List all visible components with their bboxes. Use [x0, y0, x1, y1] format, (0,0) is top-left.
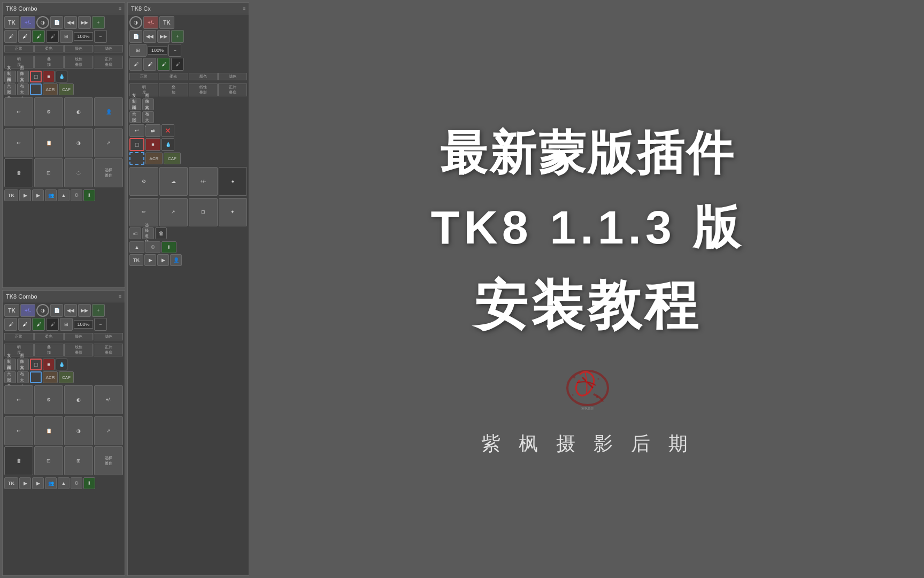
label-diejia[interactable]: 叠加: [34, 56, 64, 69]
btn-play-1[interactable]: ▶: [19, 189, 31, 201]
cx-square-dotted[interactable]: [129, 152, 144, 165]
btn-doc[interactable]: 📄: [50, 16, 63, 29]
cx-tool-6[interactable]: ↗: [159, 198, 188, 227]
cx-brush-1[interactable]: 🖌: [129, 58, 142, 71]
btn-square-b1[interactable]: ▢: [30, 359, 42, 370]
btn-copyright-b[interactable]: ©: [71, 477, 82, 489]
btn-users-b[interactable]: 👥: [45, 477, 57, 489]
label-fuzhu[interactable]: 柔光: [34, 45, 64, 52]
btn-square-border-2[interactable]: [30, 83, 42, 95]
cx-user[interactable]: 👤: [170, 254, 182, 266]
cx-label-ys[interactable]: 颜色: [189, 73, 218, 80]
cx-btn-x[interactable]: ✕: [161, 124, 174, 137]
btn-tool-7[interactable]: ◑: [64, 128, 93, 157]
btn-square-border[interactable]: ▢: [30, 71, 42, 82]
label-diejia-b[interactable]: 叠加: [34, 344, 64, 356]
label-yanshe-b[interactable]: 颜色: [64, 333, 94, 340]
btn-tool-3[interactable]: ◐: [64, 97, 93, 126]
btn-brush-b4[interactable]: 🖌: [46, 318, 59, 331]
cx-btn-doc[interactable]: 📄: [129, 30, 142, 43]
btn-btool-3[interactable]: ◐: [64, 385, 93, 414]
cx-btn-undo[interactable]: ↩: [129, 124, 144, 137]
btn-brush-green[interactable]: 🖌: [32, 30, 45, 43]
btn-triangle[interactable]: ▲: [58, 189, 70, 201]
btn-tool-4[interactable]: 👤: [94, 97, 123, 126]
cx-tool-5[interactable]: ✏: [129, 198, 158, 227]
cx-btn-prev[interactable]: ◀◀: [143, 30, 156, 43]
cx-btn-plusminus[interactable]: +/-: [143, 16, 158, 29]
cx-xuanze-yiwei[interactable]: ±□: [129, 227, 141, 239]
btn-red-b[interactable]: ■: [43, 359, 55, 370]
cx-play-1[interactable]: ▶: [144, 254, 156, 266]
panel-minimize-top-left[interactable]: ≡: [119, 6, 121, 11]
cx-drop[interactable]: 💧: [161, 138, 174, 151]
btn-triangle-b[interactable]: ▲: [58, 477, 70, 489]
btn-btool-9[interactable]: 🗑: [4, 446, 33, 475]
btn-crosshair[interactable]: ⊞: [60, 30, 73, 43]
btn-tk-top[interactable]: TK: [4, 16, 19, 29]
btn-acr-1[interactable]: ACR: [43, 83, 58, 95]
cx-brush-2[interactable]: 🖌: [143, 58, 156, 71]
btn-btool-6[interactable]: 📋: [34, 416, 63, 445]
cx-btn-crosshair[interactable]: ⊞: [129, 44, 147, 57]
btn-btool-4[interactable]: +/-: [94, 385, 123, 414]
label-fuzhu-b[interactable]: 柔光: [34, 333, 64, 340]
btn-add-b[interactable]: +: [92, 304, 105, 317]
btn-caf-1[interactable]: CAF: [59, 83, 74, 95]
cx-label-ls[interactable]: 滤色: [218, 73, 247, 80]
label-zhengchang[interactable]: 正常: [4, 45, 34, 52]
btn-brush-b1[interactable]: 🖌: [4, 318, 17, 331]
cx-btn-circle[interactable]: ◑: [129, 16, 142, 29]
cx-tool-4[interactable]: ●: [219, 167, 248, 196]
cx-tool-1[interactable]: ⚙: [129, 167, 158, 196]
btn-xuanze-b[interactable]: 选择遮住: [94, 446, 123, 475]
btn-pinhe-b[interactable]: 拼合图像: [4, 371, 16, 383]
label-zhengchang-b[interactable]: 正常: [4, 333, 34, 340]
btn-play-b1[interactable]: ▶: [19, 477, 31, 489]
cx-label-xs[interactable]: 线性叠影: [189, 83, 218, 96]
btn-users[interactable]: 👥: [45, 189, 57, 201]
btn-prev-b[interactable]: ◀◀: [64, 304, 77, 317]
btn-tool-2[interactable]: ⚙: [34, 97, 63, 126]
btn-pinhe-tuxiang[interactable]: 拼合图像: [4, 83, 16, 95]
cx-btn-swap[interactable]: ⇄: [145, 124, 160, 137]
btn-minus-b[interactable]: −: [94, 318, 107, 331]
cx-acr[interactable]: ACR: [145, 153, 163, 164]
cx-btn-tk[interactable]: TK: [159, 16, 174, 29]
cx-tool-7[interactable]: ⊡: [189, 198, 218, 227]
btn-copyright[interactable]: ©: [71, 189, 82, 201]
btn-prev[interactable]: ◀◀: [64, 16, 77, 29]
btn-drop[interactable]: 💧: [56, 71, 67, 82]
btn-plusminus-b[interactable]: +/-: [20, 304, 35, 317]
cx-tool-2[interactable]: ☁: [159, 167, 188, 196]
cx-trash[interactable]: 🗑: [155, 227, 167, 239]
btn-doc-b[interactable]: 📄: [50, 304, 63, 317]
btn-drop-b[interactable]: 💧: [56, 359, 67, 370]
btn-huabu-b[interactable]: 画布大小: [17, 371, 29, 383]
btn-caf-b[interactable]: CAF: [59, 371, 74, 383]
btn-tool-9[interactable]: 🗑: [4, 158, 33, 187]
cx-brush-3[interactable]: 🖌: [157, 58, 170, 71]
btn-tk-bottom[interactable]: TK: [4, 189, 18, 201]
btn-huabu-daxiao[interactable]: 画布大小: [17, 83, 29, 95]
label-zhengpian[interactable]: 正片叠底: [94, 56, 123, 69]
cx-download[interactable]: ⬇: [161, 241, 176, 253]
cx-huabu[interactable]: 画布大小: [142, 111, 154, 123]
cx-label-fz[interactable]: 柔光: [159, 73, 188, 80]
btn-btool-11[interactable]: ⊞: [64, 446, 93, 475]
btn-download-b[interactable]: ⬇: [83, 477, 95, 489]
cx-label-dj[interactable]: 叠加: [159, 83, 188, 96]
cx-tk-final[interactable]: TK: [129, 254, 143, 266]
btn-tool-5[interactable]: ↩: [4, 128, 33, 157]
btn-brush-black[interactable]: 🖌: [4, 30, 17, 43]
btn-next-b[interactable]: ▶▶: [78, 304, 91, 317]
cx-pinhe[interactable]: 拼合图像: [129, 111, 141, 123]
btn-xuanze[interactable]: 选择遮住: [94, 158, 123, 187]
label-xianshe-b[interactable]: 线性叠影: [64, 344, 94, 356]
btn-btool-10[interactable]: ⊡: [34, 446, 63, 475]
btn-minus-1[interactable]: −: [94, 30, 107, 43]
btn-btool-8[interactable]: ↗: [94, 416, 123, 445]
cx-brush-4[interactable]: 🖌: [171, 58, 184, 71]
cx-triangle[interactable]: ▲: [129, 241, 144, 253]
btn-play-2[interactable]: ▶: [32, 189, 44, 201]
